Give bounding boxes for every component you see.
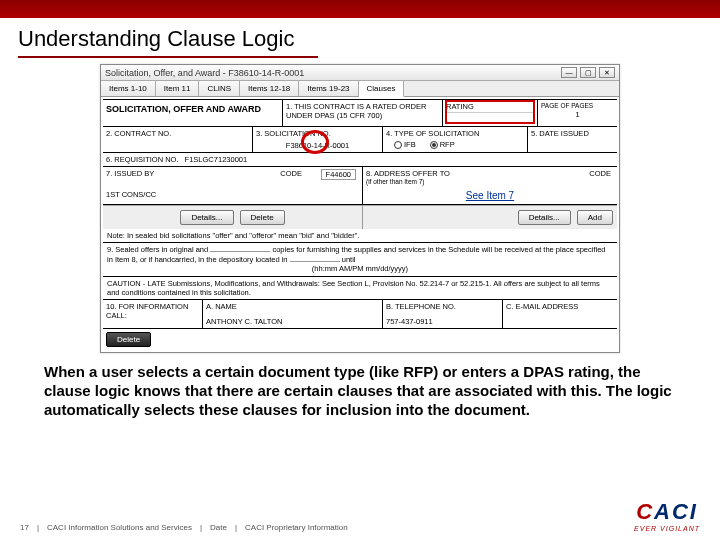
- box-10b: B. TELEPHONE NO. 757-437-0911: [383, 300, 503, 328]
- add-button[interactable]: Add: [577, 210, 613, 225]
- window-titlebar: Solicitation, Offer, and Award - F38610-…: [101, 65, 619, 81]
- form-area: SOLICITATION, OFFER AND AWARD 1. THIS CO…: [101, 97, 619, 352]
- box-8-link[interactable]: See Item 7: [366, 190, 614, 202]
- window-controls: — ▢ ✕: [561, 67, 615, 78]
- box-6-requisition: 6. REQUISITION NO. F1SLGC71230001: [103, 153, 617, 166]
- title-underline: [18, 56, 318, 58]
- left-button-row: Details... Delete: [103, 205, 363, 229]
- slide-top-accent: [0, 0, 720, 18]
- slide-body-text: When a user selects a certain document t…: [0, 353, 720, 425]
- footer-org: CACI Information Solutions and Services: [47, 523, 192, 532]
- box-10b-label: B. TELEPHONE NO.: [386, 302, 499, 311]
- page-number: 17: [20, 523, 29, 532]
- box-8-sub: (if other than Item 7): [366, 178, 614, 186]
- box-8-label: 8. ADDRESS OFFER TO: [366, 169, 450, 178]
- box-5-date-issued: 5. DATE ISSUED: [528, 127, 617, 152]
- box-3-solicitation: 3. SOLICITATION NO. F38610-14-R-0001: [253, 127, 383, 152]
- footer-left: 17 | CACI Information Solutions and Serv…: [20, 523, 348, 532]
- form-header: SOLICITATION, OFFER AND AWARD: [103, 100, 283, 126]
- logo: CACI EVER VIGILANT: [634, 499, 700, 532]
- box-10c: C. E-MAIL ADDRESS: [503, 300, 617, 328]
- caution-text: CAUTION - LATE Submissions, Modification…: [103, 277, 617, 299]
- bottom-button-row: Delete: [103, 329, 617, 350]
- box-6-label: 6. REQUISITION NO.: [106, 155, 179, 164]
- sep-3: |: [235, 523, 237, 532]
- box-4-type: 4. TYPE OF SOLICITATION IFB RFP: [383, 127, 528, 152]
- row-header: SOLICITATION, OFFER AND AWARD 1. THIS CO…: [103, 99, 617, 126]
- logo-tagline: EVER VIGILANT: [634, 525, 700, 532]
- box-9d: (hh:mm AM/PM mm/dd/yyyy): [107, 264, 613, 274]
- page-value: 1: [541, 110, 614, 119]
- minimize-button[interactable]: —: [561, 67, 577, 78]
- close-button[interactable]: ✕: [599, 67, 615, 78]
- delete-button-left[interactable]: Delete: [240, 210, 285, 225]
- tab-items-12-18[interactable]: Items 12-18: [240, 81, 299, 96]
- row-4: 7. ISSUED BY CODE F44600 1ST CONS/CC 8. …: [103, 166, 617, 204]
- sep-1: |: [37, 523, 39, 532]
- sep-2: |: [200, 523, 202, 532]
- box-1-rated-order: 1. THIS CONTRACT IS A RATED ORDER UNDER …: [283, 100, 443, 126]
- delete-button-bottom[interactable]: Delete: [106, 332, 151, 347]
- rfp-label: RFP: [440, 140, 455, 149]
- radio-rfp[interactable]: RFP: [430, 140, 455, 149]
- tab-item-11[interactable]: Item 11: [156, 81, 200, 96]
- box-9c: until: [342, 255, 356, 264]
- tab-items-1-10[interactable]: Items 1-10: [101, 81, 156, 96]
- right-button-row: Details... Add: [363, 205, 617, 229]
- box-7-issued-by: 7. ISSUED BY CODE F44600 1ST CONS/CC: [103, 167, 363, 204]
- box-7-value: 1ST CONS/CC: [106, 190, 359, 199]
- annotation-rating-box: [445, 100, 535, 124]
- page-label: PAGE OF PAGES: [541, 102, 614, 110]
- note-text: Note: In sealed bid solicitations "offer…: [103, 229, 617, 242]
- row-2: 2. CONTRACT NO. 3. SOLICITATION NO. F386…: [103, 126, 617, 152]
- box-6-value: F1SLGC71230001: [185, 155, 248, 164]
- box-3-label: 3. SOLICITATION NO.: [256, 129, 379, 138]
- box-10b-value: 757-437-0911: [386, 317, 499, 326]
- box-7-code-value[interactable]: F44600: [321, 169, 356, 180]
- logo-brand: CACI: [634, 499, 700, 525]
- footer-proprietary: CACI Proprietary Information: [245, 523, 348, 532]
- box-8-address-offer: 8. ADDRESS OFFER TO CODE (if other than …: [363, 167, 617, 204]
- tab-clins[interactable]: CLINS: [199, 81, 240, 96]
- footer: 17 | CACI Information Solutions and Serv…: [0, 499, 720, 532]
- box-10-label: 10. FOR INFORMATION CALL:: [103, 300, 203, 328]
- box-7-code-label: CODE: [280, 169, 302, 178]
- window-title: Solicitation, Offer, and Award - F38610-…: [105, 68, 304, 78]
- box-10a: A. NAME ANTHONY C. TALTON: [203, 300, 383, 328]
- box-2-contract-no: 2. CONTRACT NO.: [103, 127, 253, 152]
- box-8-code-label: CODE: [589, 169, 611, 178]
- box-pages: PAGE OF PAGES 1: [538, 100, 617, 126]
- details-button-right[interactable]: Details...: [518, 210, 571, 225]
- details-button-left[interactable]: Details...: [180, 210, 233, 225]
- box-9: 9. Sealed offers in original and copies …: [103, 243, 617, 276]
- box-7-label: 7. ISSUED BY: [106, 169, 154, 178]
- box-9a: 9. Sealed offers in original and: [107, 245, 208, 254]
- box-3-value: F38610-14-R-0001: [256, 141, 379, 150]
- row-10: 10. FOR INFORMATION CALL: A. NAME ANTHON…: [103, 300, 617, 328]
- footer-date-label: Date: [210, 523, 227, 532]
- box-10a-label: A. NAME: [206, 302, 379, 311]
- row-3: 6. REQUISITION NO. F1SLGC71230001: [103, 152, 617, 166]
- radio-ifb[interactable]: IFB: [394, 140, 416, 149]
- maximize-button[interactable]: ▢: [580, 67, 596, 78]
- app-window: Solicitation, Offer, and Award - F38610-…: [100, 64, 620, 353]
- tab-items-19-23[interactable]: Items 19-23: [299, 81, 358, 96]
- button-split-row: Details... Delete Details... Add: [103, 205, 617, 229]
- tab-clauses[interactable]: Clauses: [359, 81, 405, 97]
- tab-bar: Items 1-10 Item 11 CLINS Items 12-18 Ite…: [101, 81, 619, 97]
- box-10a-value: ANTHONY C. TALTON: [206, 317, 379, 326]
- box-4-label: 4. TYPE OF SOLICITATION: [386, 129, 524, 138]
- ifb-label: IFB: [404, 140, 416, 149]
- slide-title: Understanding Clause Logic: [0, 18, 720, 56]
